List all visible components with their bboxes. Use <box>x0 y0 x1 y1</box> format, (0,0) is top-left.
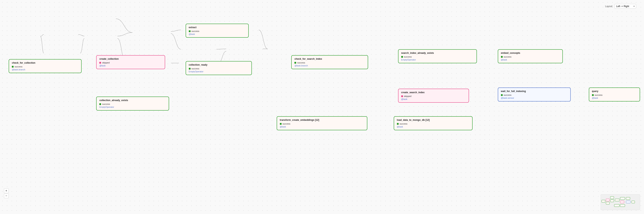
node-type-check_for_search_index: @task.branch <box>294 64 365 67</box>
status-label-query: success <box>595 94 602 96</box>
node-title-extract: extract <box>189 26 246 29</box>
layout-control: Layout: Left -> Right Top -> Bottom <box>605 4 636 9</box>
node-title-transform_create_embeddings: transform_create_embeddings [12] <box>280 119 364 122</box>
node-type-create_collection: @task <box>99 64 162 67</box>
node-title-wait_for_full_indexing: wait_for_full_indexing <box>501 90 568 92</box>
svg-rect-3 <box>610 196 614 199</box>
node-status-check_for_collection: success <box>12 66 78 68</box>
zoom-controls: + − <box>4 188 9 198</box>
layout-select[interactable]: Left -> Right Top -> Bottom <box>614 4 636 9</box>
svg-rect-6 <box>614 204 619 207</box>
node-title-load_data_to_mongo_db: load_data_to_mongo_db [12] <box>397 119 470 122</box>
node-title-create_search_index: create_search_index <box>401 91 466 94</box>
node-title-check_for_search_index: check_for_search_index <box>294 58 365 60</box>
node-type-check_for_collection: @task.branch <box>12 68 78 71</box>
status-dot-create_search_index <box>401 95 403 97</box>
status-dot-create_collection <box>99 62 101 64</box>
node-type-load_data_to_mongo_db: @task <box>397 126 470 128</box>
node-create_search_index[interactable]: create_search_index skipped @task <box>398 89 469 103</box>
node-title-query: query <box>592 90 637 92</box>
node-type-collection_already_exists: EmptyOperator <box>99 106 166 108</box>
node-title-embed_concepts: embed_concepts <box>501 52 560 54</box>
zoom-in-button[interactable]: + <box>4 188 9 193</box>
svg-rect-5 <box>615 199 619 201</box>
node-title-check_for_collection: check_for_collection <box>12 62 78 64</box>
svg-rect-1 <box>606 199 610 201</box>
node-status-check_for_search_index: success <box>294 62 365 64</box>
node-type-transform_create_embeddings: @task <box>280 126 364 128</box>
svg-rect-12 <box>632 201 635 203</box>
node-status-extract: success <box>189 30 246 32</box>
node-create_collection[interactable]: create_collection skipped @task <box>96 55 165 69</box>
status-label-create_search_index: skipped <box>404 95 412 97</box>
node-status-embed_concepts: success <box>501 56 560 58</box>
node-load_data_to_mongo_db[interactable]: load_data_to_mongo_db [12] success @task <box>394 116 472 130</box>
svg-rect-8 <box>620 201 624 203</box>
node-status-transform_create_embeddings: success <box>280 122 364 125</box>
node-status-create_collection: skipped <box>99 62 162 64</box>
node-status-wait_for_full_indexing: success <box>501 94 568 96</box>
status-dot-check_for_search_index <box>294 62 296 64</box>
node-status-query: success <box>592 94 637 96</box>
status-label-wait_for_full_indexing: success <box>504 94 512 96</box>
node-status-search_index_already_exists: success <box>401 56 474 58</box>
node-embed_concepts[interactable]: embed_concepts success @task <box>498 49 563 63</box>
status-label-collection_already_exists: success <box>102 103 110 105</box>
status-label-check_for_collection: success <box>14 66 22 68</box>
status-label-collection_ready: success <box>192 68 200 70</box>
node-type-search_index_already_exists: EmptyOperator <box>401 58 474 61</box>
node-check_for_search_index[interactable]: check_for_search_index success @task.bra… <box>291 55 368 69</box>
svg-rect-4 <box>610 200 614 202</box>
node-check_for_collection[interactable]: check_for_collection success @task.branc… <box>9 59 82 73</box>
node-status-collection_already_exists: success <box>99 103 166 105</box>
status-dot-transform_create_embeddings <box>280 123 282 125</box>
status-dot-search_index_already_exists <box>401 56 403 58</box>
node-transform_create_embeddings[interactable]: transform_create_embeddings [12] success… <box>277 116 367 130</box>
status-label-search_index_already_exists: success <box>404 56 412 58</box>
node-type-wait_for_full_indexing: @task.sensor <box>501 97 568 99</box>
svg-rect-2 <box>606 202 610 204</box>
node-title-create_collection: create_collection <box>99 58 162 60</box>
status-label-transform_create_embeddings: success <box>282 122 290 125</box>
status-label-create_collection: skipped <box>102 62 110 64</box>
svg-rect-10 <box>626 197 630 200</box>
node-query[interactable]: query success @task <box>589 88 640 102</box>
node-type-extract: @task <box>189 33 246 35</box>
node-collection_ready[interactable]: collection_ready success EmptyOperator <box>186 61 252 75</box>
node-type-embed_concepts: @task <box>501 58 560 61</box>
status-dot-load_data_to_mongo_db <box>397 123 399 125</box>
svg-rect-7 <box>620 197 625 200</box>
layout-select-wrapper[interactable]: Left -> Right Top -> Bottom <box>614 4 636 9</box>
dag-canvas: Layout: Left -> Right Top -> Bottom chec… <box>0 0 644 214</box>
minimap-svg <box>601 194 640 210</box>
node-type-query: @task <box>592 97 637 99</box>
svg-rect-9 <box>620 204 625 207</box>
status-dot-check_for_collection <box>12 66 14 68</box>
node-collection_already_exists[interactable]: collection_already_exists success EmptyO… <box>96 96 169 110</box>
status-label-embed_concepts: success <box>504 56 512 58</box>
status-dot-collection_ready <box>189 68 190 70</box>
layout-label: Layout: <box>605 5 613 8</box>
node-type-collection_ready: EmptyOperator <box>189 70 249 73</box>
node-status-create_search_index: skipped <box>401 95 466 97</box>
minimap-inner <box>601 194 640 210</box>
status-dot-query <box>592 94 594 96</box>
minimap <box>601 194 640 210</box>
svg-rect-0 <box>602 200 605 202</box>
node-status-collection_ready: success <box>189 68 249 70</box>
status-dot-embed_concepts <box>501 56 503 58</box>
status-dot-collection_already_exists <box>99 103 101 105</box>
node-title-collection_ready: collection_ready <box>189 64 249 66</box>
node-wait_for_full_indexing[interactable]: wait_for_full_indexing success @task.sen… <box>498 88 571 102</box>
node-title-search_index_already_exists: search_index_already_exists <box>401 52 474 54</box>
node-type-create_search_index: @task <box>401 98 466 100</box>
node-title-collection_already_exists: collection_already_exists <box>99 99 166 102</box>
zoom-out-button[interactable]: − <box>4 194 9 198</box>
node-search_index_already_exists[interactable]: search_index_already_exists success Empt… <box>398 49 477 63</box>
status-label-load_data_to_mongo_db: success <box>400 122 408 125</box>
node-status-load_data_to_mongo_db: success <box>397 122 470 125</box>
svg-rect-11 <box>626 201 630 203</box>
status-dot-extract <box>189 30 190 32</box>
node-extract[interactable]: extract success @task <box>186 24 249 38</box>
status-dot-wait_for_full_indexing <box>501 94 503 96</box>
